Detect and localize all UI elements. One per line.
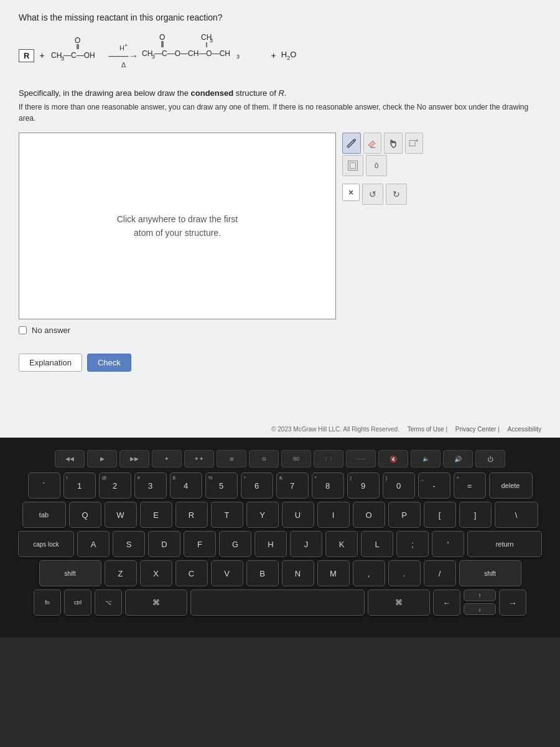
undo-btn[interactable]: ↺	[362, 184, 383, 205]
key-e[interactable]: E	[140, 502, 172, 528]
privacy-link[interactable]: Privacy Center	[455, 426, 497, 433]
key-v[interactable]: V	[211, 560, 243, 586]
key-5-label: 5	[219, 481, 223, 491]
fn-key-back[interactable]: ◀◀	[55, 450, 85, 467]
key-a[interactable]: A	[77, 531, 110, 557]
key-semicolon[interactable]: ;	[396, 531, 429, 557]
key-g[interactable]: G	[219, 531, 251, 557]
key-l[interactable]: L	[361, 531, 393, 557]
key-arrow-up[interactable]: ↑	[464, 590, 496, 601]
select-btn[interactable]: □	[342, 155, 363, 176]
key-s[interactable]: S	[113, 531, 145, 557]
key-7[interactable]: &7	[276, 472, 309, 499]
fn-key-power[interactable]: ⏻	[475, 450, 505, 467]
key-space[interactable]	[190, 590, 365, 616]
key-rbracket[interactable]: ]	[459, 502, 492, 528]
key-option[interactable]: ⌥	[95, 590, 122, 616]
key-c[interactable]: C	[175, 560, 208, 586]
key-d[interactable]: D	[148, 531, 180, 557]
key-lbracket[interactable]: [	[424, 502, 456, 528]
key-cmd-left[interactable]: ⌘	[125, 590, 187, 616]
key-w[interactable]: W	[105, 502, 137, 528]
key-2[interactable]: @2	[99, 472, 131, 499]
no-answer-checkbox[interactable]	[19, 326, 27, 334]
key-backslash[interactable]: \	[495, 502, 538, 528]
multi-select-btn[interactable]: ö	[366, 155, 387, 176]
check-button[interactable]: Check	[87, 354, 131, 372]
key-n[interactable]: N	[282, 560, 314, 586]
key-3[interactable]: #3	[134, 472, 167, 499]
key-comma[interactable]: ,	[353, 560, 385, 586]
key-1[interactable]: !1	[63, 472, 96, 499]
key-x[interactable]: X	[140, 560, 172, 586]
pencil-tool-btn[interactable]	[342, 133, 361, 154]
fn-key-vol-up[interactable]: 🔊	[443, 450, 473, 467]
key-o[interactable]: O	[353, 502, 385, 528]
key-p[interactable]: P	[388, 502, 421, 528]
key-minus[interactable]: _-	[418, 472, 450, 499]
key-lshift[interactable]: shift	[39, 560, 101, 586]
key-y[interactable]: Y	[246, 502, 279, 528]
key-i[interactable]: I	[317, 502, 350, 528]
multi-select-icon: ö	[375, 161, 379, 170]
key-b[interactable]: B	[246, 560, 279, 586]
key-delete[interactable]: delete	[489, 472, 533, 499]
key-k[interactable]: K	[325, 531, 358, 557]
svg-text:CH: CH	[142, 49, 152, 58]
key-u[interactable]: U	[282, 502, 314, 528]
fn-key-expose[interactable]: ⊞	[217, 450, 246, 467]
key-tab[interactable]: tab	[22, 502, 66, 528]
terms-link[interactable]: Terms of Use	[408, 426, 444, 433]
fn-key-play[interactable]: ▶	[87, 450, 117, 467]
add-atom-btn[interactable]: □+	[405, 133, 424, 154]
key-caps[interactable]: caps lock	[18, 531, 74, 557]
key-arrow-left[interactable]: ←	[433, 590, 460, 616]
no-answer-label[interactable]: No answer	[32, 326, 70, 335]
key-d-label: D	[161, 540, 167, 549]
fn-key-brightness-up[interactable]: ✦✦	[184, 450, 214, 467]
fn-key-f10[interactable]: ⋯⋯	[346, 450, 376, 467]
explanation-button[interactable]: Explanation	[19, 354, 82, 372]
key-r[interactable]: R	[175, 502, 208, 528]
clear-btn[interactable]: ×	[342, 184, 360, 201]
key-h[interactable]: H	[254, 531, 287, 557]
fn-key-launchpad[interactable]: ⊟	[249, 450, 279, 467]
fn-key-f9[interactable]: ⋮⋮	[314, 450, 343, 467]
key-m[interactable]: M	[317, 560, 350, 586]
key-fn[interactable]: fn	[34, 590, 61, 616]
key-f[interactable]: F	[184, 531, 216, 557]
key-arrow-down[interactable]: ↓	[464, 603, 496, 615]
key-t[interactable]: T	[211, 502, 243, 528]
key-5[interactable]: %5	[205, 472, 238, 499]
key-equals[interactable]: +=	[454, 472, 486, 499]
key-quote[interactable]: '	[432, 531, 464, 557]
key-slash[interactable]: /	[424, 560, 456, 586]
key-4[interactable]: $4	[170, 472, 202, 499]
key-8[interactable]: *8	[312, 472, 344, 499]
fn-key-forward[interactable]: ▶▶	[119, 450, 149, 467]
fn-key-vol-down[interactable]: 🔈	[411, 450, 441, 467]
key-q[interactable]: Q	[69, 502, 101, 528]
key-9[interactable]: (9	[347, 472, 380, 499]
key-arrow-right[interactable]: →	[499, 590, 526, 616]
fn-key-mute[interactable]: 🔇	[378, 450, 408, 467]
eraser-tool-btn[interactable]	[363, 133, 382, 154]
key-period[interactable]: .	[388, 560, 421, 586]
key-0[interactable]: )0	[383, 472, 415, 499]
drawing-area[interactable]: Click anywhere to draw the first atom of…	[19, 133, 336, 319]
key-backtick[interactable]: `	[28, 472, 60, 499]
key-z[interactable]: Z	[105, 560, 137, 586]
key-6[interactable]: ^6	[241, 472, 273, 499]
key-return[interactable]: return	[467, 531, 542, 557]
redo-btn[interactable]: ↻	[386, 184, 407, 205]
accessibility-link[interactable]: Accessibility	[508, 426, 541, 433]
key-f-label: F	[197, 540, 202, 549]
key-j[interactable]: J	[290, 531, 322, 557]
key-arrow-left-label: ←	[443, 598, 451, 608]
hand-tool-btn[interactable]	[384, 133, 403, 154]
fn-key-brightness-down[interactable]: ✦	[152, 450, 182, 467]
fn-key-f8[interactable]: 80	[281, 450, 311, 467]
key-rshift[interactable]: shift	[459, 560, 521, 586]
key-ctrl[interactable]: ctrl	[64, 590, 91, 616]
key-cmd-right[interactable]: ⌘	[368, 590, 430, 616]
